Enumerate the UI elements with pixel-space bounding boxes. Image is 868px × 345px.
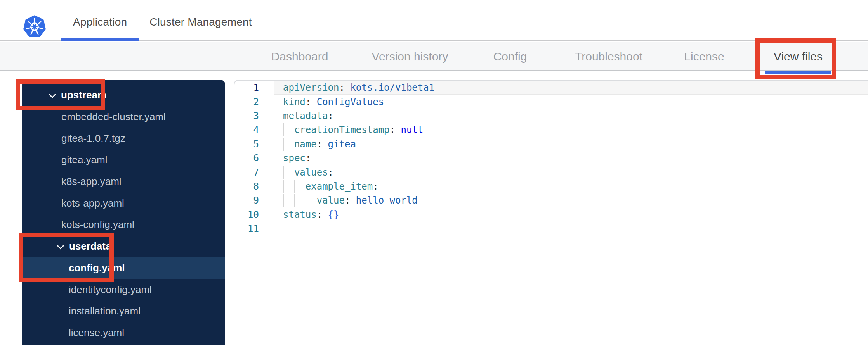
subnav-tab-version-history[interactable]: Version history: [372, 42, 448, 71]
tree-folder-upstream[interactable]: upstream: [22, 85, 225, 106]
token-punct: :: [339, 82, 351, 93]
line-number: 5: [234, 139, 259, 150]
token-kw: null: [401, 124, 423, 135]
tree-file-gitea.yaml[interactable]: gitea.yaml: [22, 149, 225, 171]
line-number: 1: [234, 82, 259, 93]
header-tab-cluster-management[interactable]: Cluster Management: [149, 3, 252, 41]
app-subnav: DashboardVersion historyConfigTroublesho…: [0, 42, 868, 71]
code-line-4[interactable]: 4creationTimestamp: null: [234, 123, 868, 137]
folder-label: userdata: [69, 240, 111, 252]
subnav-tab-config[interactable]: Config: [493, 42, 527, 71]
line-number: 2: [234, 97, 259, 107]
indent-guide: [283, 180, 284, 193]
file-label: gitea-1.0.7.tgz: [61, 133, 125, 145]
line-number: 9: [234, 195, 259, 206]
token-punct: :: [306, 97, 317, 107]
subnav-tab-troubleshoot[interactable]: Troubleshoot: [575, 42, 642, 71]
token-val: hello world: [356, 195, 418, 206]
file-label: embedded-cluster.yaml: [61, 111, 166, 123]
token-val: ConfigValues: [317, 97, 384, 107]
indent-guide: [294, 194, 295, 207]
file-label: config.yaml: [69, 262, 125, 274]
code-line-2[interactable]: 2kind: ConfigValues: [234, 95, 868, 109]
code-line-5[interactable]: 5name: gitea: [234, 137, 868, 151]
token-brace: {}: [328, 209, 339, 220]
subnav-tab-view-files[interactable]: View files: [774, 42, 823, 71]
subnav-tab-license[interactable]: License: [684, 42, 724, 71]
token-key: apiVersion: [283, 82, 339, 93]
code-line-9[interactable]: 9value: hello world: [234, 193, 868, 207]
tree-file-gitea-1.0.7.tgz[interactable]: gitea-1.0.7.tgz: [22, 128, 225, 149]
file-label: license.yaml: [69, 327, 124, 339]
line-number: 10: [234, 209, 259, 220]
app-header: ApplicationCluster Management: [0, 3, 868, 41]
line-text: value: hello world: [283, 195, 418, 206]
token-punct: :: [317, 209, 328, 220]
token-key: spec: [283, 153, 306, 164]
file-viewer-pane[interactable]: 1apiVersion: kots.io/v1beta12kind: Confi…: [234, 80, 868, 345]
tree-file-identityconfig.yaml[interactable]: identityconfig.yaml: [22, 279, 225, 300]
file-label: identityconfig.yaml: [69, 284, 152, 296]
token-punct: :: [345, 195, 356, 206]
tree-file-config.yaml[interactable]: config.yaml: [22, 257, 225, 279]
subnav-tab-dashboard[interactable]: Dashboard: [271, 42, 328, 71]
line-text: values:: [283, 167, 333, 178]
folder-label: upstream: [61, 89, 106, 101]
token-key: values: [294, 167, 328, 178]
indent-guide: [283, 138, 284, 151]
file-tree-sidebar: upstreamembedded-cluster.yamlgitea-1.0.7…: [22, 80, 225, 345]
token-punct: :: [373, 181, 378, 192]
primary-nav: ApplicationCluster Management: [73, 3, 252, 41]
indent-guide: [306, 194, 306, 207]
token-key: metadata: [283, 110, 328, 121]
chevron-down-icon: [57, 242, 64, 249]
token-punct: :: [328, 110, 333, 121]
line-number: 11: [234, 223, 259, 234]
tree-folder-userdata[interactable]: userdata: [22, 236, 225, 257]
code-line-6[interactable]: 6spec:: [234, 151, 868, 165]
tree-file-k8s-app.yaml[interactable]: k8s-app.yaml: [22, 171, 225, 193]
line-number: 4: [234, 124, 259, 135]
token-key: example_item: [306, 181, 373, 192]
line-text: status: {}: [283, 209, 339, 220]
token-punct: :: [306, 153, 311, 164]
indent-guide: [294, 180, 295, 193]
line-text: kind: ConfigValues: [283, 97, 384, 107]
line-text: example_item:: [283, 181, 378, 192]
file-label: kots-app.yaml: [61, 197, 124, 209]
token-val: kots.io/v1beta1: [350, 82, 434, 93]
tree-file-kots-app.yaml[interactable]: kots-app.yaml: [22, 192, 225, 214]
token-punct: :: [328, 167, 333, 178]
kots-admin-console: ApplicationCluster Management DashboardV…: [0, 0, 868, 345]
code-line-1[interactable]: 1apiVersion: kots.io/v1beta1: [234, 81, 868, 95]
tree-file-installation.yaml[interactable]: installation.yaml: [22, 300, 225, 322]
indent-guide: [283, 194, 284, 207]
file-label: installation.yaml: [69, 305, 141, 317]
code-line-3[interactable]: 3metadata:: [234, 109, 868, 123]
file-label: kots-config.yaml: [61, 219, 134, 231]
indent-guide: [283, 166, 284, 179]
code-line-7[interactable]: 7values:: [234, 165, 868, 179]
line-text: apiVersion: kots.io/v1beta1: [283, 82, 434, 93]
code-line-8[interactable]: 8example_item:: [234, 179, 868, 193]
file-label: k8s-app.yaml: [61, 176, 122, 188]
tree-file-kots-config.yaml[interactable]: kots-config.yaml: [22, 214, 225, 236]
line-number: 6: [234, 153, 259, 164]
code-line-11[interactable]: 11: [234, 222, 868, 236]
tree-file-license.yaml[interactable]: license.yaml: [22, 322, 225, 344]
token-key: creationTimestamp: [294, 124, 390, 135]
token-key: value: [317, 195, 345, 206]
line-text: creationTimestamp: null: [283, 124, 423, 135]
line-number: 8: [234, 181, 259, 192]
line-text: spec:: [283, 153, 311, 164]
line-text: metadata:: [283, 110, 333, 121]
token-val: gitea: [328, 139, 356, 150]
token-punct: :: [390, 124, 401, 135]
code-editor[interactable]: 1apiVersion: kots.io/v1beta12kind: Confi…: [234, 81, 868, 236]
tree-file-embedded-cluster.yaml[interactable]: embedded-cluster.yaml: [22, 106, 225, 128]
header-tab-application[interactable]: Application: [73, 3, 127, 41]
file-label: gitea.yaml: [61, 154, 108, 166]
token-key: name: [294, 139, 317, 150]
kubernetes-logo-icon[interactable]: [23, 14, 46, 39]
code-line-10[interactable]: 10status: {}: [234, 208, 868, 222]
